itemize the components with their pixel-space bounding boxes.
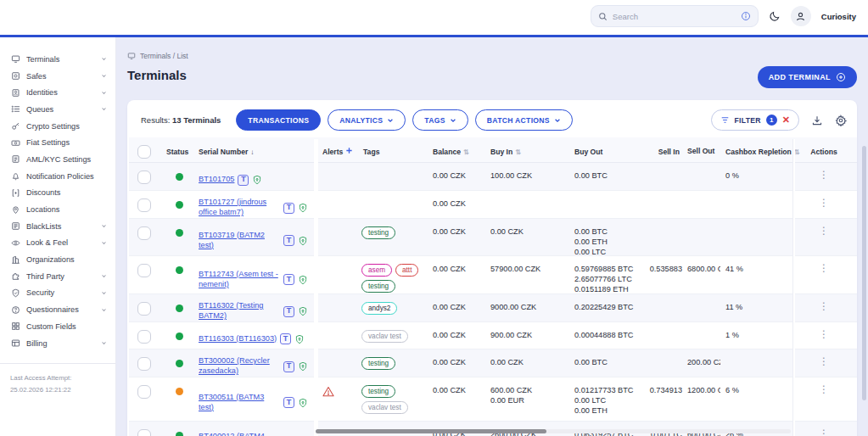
row-actions-menu[interactable]: ⋮ xyxy=(817,329,831,349)
tag-pill[interactable]: asem xyxy=(361,264,392,277)
sidebar-item-third-party[interactable]: Third Party xyxy=(0,268,115,285)
row-checkbox[interactable] xyxy=(137,302,151,316)
add-terminal-button[interactable]: ADD TERMINAL xyxy=(758,66,857,88)
tags-button[interactable]: TAGS xyxy=(412,109,468,131)
terminal-serial-link[interactable]: BT116302 (Testing BATM2) xyxy=(199,301,280,321)
sidebar-item-crypto-settings[interactable]: Crypto Settings xyxy=(0,118,115,135)
terminal-serial-link[interactable]: BT112743 (Asem test - nemenit) xyxy=(199,270,280,290)
search-input[interactable] xyxy=(613,12,736,21)
buy-out-cell xyxy=(563,191,647,218)
tag-pill[interactable]: testing xyxy=(361,280,395,293)
buy-in-cell: 600.00 CZK0.00 EUR xyxy=(473,377,563,421)
row-checkbox[interactable] xyxy=(137,385,151,399)
sidebar-item-look-feel[interactable]: Look & Feel xyxy=(0,235,115,252)
terminal-serial-link[interactable]: BT103719 (BATM2 test) xyxy=(199,231,280,251)
tag-pill[interactable]: testing xyxy=(361,357,395,370)
column-header-balance[interactable]: Balance⇅ xyxy=(424,137,473,162)
add-alert-icon[interactable] xyxy=(345,147,353,156)
global-search[interactable] xyxy=(591,5,759,27)
shield-icon[interactable] xyxy=(298,235,308,247)
search-info-icon[interactable] xyxy=(741,11,751,21)
analytics-button[interactable]: ANALYTICS xyxy=(328,109,406,131)
tag-pill[interactable]: vaclav test xyxy=(361,330,408,343)
tag-pill[interactable]: attt xyxy=(395,264,418,277)
sidebar-item-custom-fields[interactable]: Custom Fields xyxy=(0,318,115,335)
row-checkbox[interactable] xyxy=(137,170,151,184)
row-checkbox[interactable] xyxy=(137,429,151,436)
terminal-serial-link[interactable]: BT116303 (BT116303) xyxy=(199,334,277,344)
terminal-t-badge[interactable]: T xyxy=(283,235,294,246)
terminal-serial-link[interactable]: BT101727 (jindrous office batm7) xyxy=(199,198,280,218)
sidebar-item-notification-policies[interactable]: Notification Policies xyxy=(0,168,115,185)
horizontal-scrollbar[interactable] xyxy=(316,429,791,433)
terminal-serial-link[interactable]: BT400012 (BATM4 testing) xyxy=(199,432,280,436)
vertical-scrollbar[interactable] xyxy=(862,146,866,400)
row-checkbox[interactable] xyxy=(137,357,151,371)
column-header-cashbox-repletion[interactable]: Cashbox Repletion⇅ xyxy=(720,137,792,162)
shield-icon[interactable] xyxy=(252,174,262,186)
row-actions-menu[interactable]: ⋮ xyxy=(817,263,831,296)
tag-pill[interactable]: testing xyxy=(361,226,395,239)
sidebar-item-terminals[interactable]: Terminals xyxy=(0,51,115,68)
transactions-button[interactable]: TRANSACTIONS xyxy=(236,109,321,131)
row-actions-menu[interactable]: ⋮ xyxy=(817,384,831,421)
sidebar-item-queues[interactable]: Queues xyxy=(0,101,115,118)
shield-icon[interactable] xyxy=(298,274,308,286)
terminal-t-badge[interactable]: T xyxy=(283,397,294,408)
column-header-serial-number[interactable]: Serial Number↓ xyxy=(199,137,314,162)
sidebar-item-questionnaires[interactable]: Questionnaires xyxy=(0,301,115,318)
tag-pill[interactable]: testing xyxy=(361,385,395,398)
shield-icon[interactable] xyxy=(298,305,308,317)
column-header-buy-in[interactable]: Buy In⇅ xyxy=(473,137,563,162)
user-name[interactable]: Curiosity xyxy=(821,12,856,21)
filter-button[interactable]: FILTER 1 ✕ xyxy=(711,109,799,131)
dark-mode-icon[interactable] xyxy=(769,10,781,22)
row-actions-menu[interactable]: ⋮ xyxy=(817,226,831,255)
sidebar-item-locations[interactable]: Locations xyxy=(0,201,115,218)
shield-icon[interactable] xyxy=(298,202,308,214)
breadcrumb[interactable]: Terminals / List xyxy=(127,52,188,60)
sidebar-item-fiat-settings[interactable]: Fiat Settings xyxy=(0,134,115,151)
shield-icon[interactable] xyxy=(298,397,308,409)
sidebar-item-aml-kyc-settings[interactable]: AML/KYC Settings xyxy=(0,151,115,168)
horizontal-scrollbar-thumb[interactable] xyxy=(316,429,546,433)
sidebar-item-security[interactable]: Security xyxy=(0,285,115,302)
row-actions-menu[interactable]: ⋮ xyxy=(817,198,831,218)
row-checkbox[interactable] xyxy=(137,226,151,240)
terminal-t-badge[interactable]: T xyxy=(238,175,249,186)
row-checkbox[interactable] xyxy=(137,330,151,344)
sidebar-item-identities[interactable]: Identities xyxy=(0,84,115,101)
terminal-serial-link[interactable]: BT300511 (BATM3 test) xyxy=(199,393,280,413)
tag-pill[interactable]: vaclav test xyxy=(361,401,408,414)
sidebar-item-blacklists[interactable]: BlackLists xyxy=(0,218,115,235)
settings-gear-icon[interactable] xyxy=(835,115,847,126)
terminal-serial-link[interactable]: BT101705 xyxy=(199,175,234,185)
terminal-t-badge[interactable]: T xyxy=(280,333,291,344)
sidebar-item-safes[interactable]: Safes xyxy=(0,68,115,85)
batch-actions-button[interactable]: BATCH ACTIONS xyxy=(475,109,573,131)
row-actions-menu[interactable]: ⋮ xyxy=(817,301,831,321)
user-avatar[interactable] xyxy=(791,6,811,26)
terminal-t-badge[interactable]: T xyxy=(283,203,294,214)
select-all-checkbox[interactable] xyxy=(137,145,151,159)
row-actions-menu[interactable]: ⋮ xyxy=(817,428,831,436)
terminal-t-badge[interactable]: T xyxy=(283,274,294,285)
shield-icon[interactable] xyxy=(294,333,305,345)
download-icon[interactable] xyxy=(811,115,823,126)
filter-clear-icon[interactable]: ✕ xyxy=(782,115,790,125)
sidebar-item-billing[interactable]: Billing xyxy=(0,335,115,352)
terminal-t-badge[interactable]: T xyxy=(283,306,294,317)
terminal-t-badge[interactable]: T xyxy=(283,361,294,372)
row-actions-menu[interactable]: ⋮ xyxy=(817,356,831,377)
tag-pill[interactable]: andys2 xyxy=(361,302,397,315)
shield-icon[interactable] xyxy=(298,361,308,372)
alert-warning-icon[interactable] xyxy=(322,386,334,397)
sidebar-item-organizations[interactable]: Organizations xyxy=(0,251,115,268)
sidebar-item-discounts[interactable]: Discounts xyxy=(0,185,115,202)
tags-cell: testing xyxy=(355,349,424,377)
terminal-serial-link[interactable]: BT300002 (Recycler zasedacka) xyxy=(199,356,280,377)
tags-cell xyxy=(355,163,424,190)
row-checkbox[interactable] xyxy=(137,264,151,277)
row-checkbox[interactable] xyxy=(137,198,151,212)
row-actions-menu[interactable]: ⋮ xyxy=(817,170,831,190)
